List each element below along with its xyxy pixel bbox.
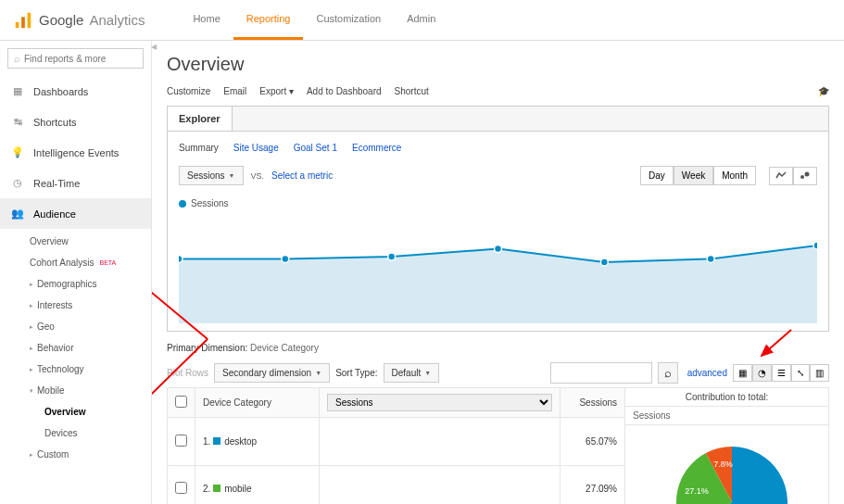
secondary-dimension-dropdown[interactable]: Secondary dimension ▼ <box>214 363 330 383</box>
subnav-technology[interactable]: ▸Technology <box>0 359 151 380</box>
table-row[interactable]: 2. mobile27.09% <box>168 465 625 504</box>
view-pie-icon[interactable]: ◔ <box>752 364 772 382</box>
table-row[interactable]: 1. desktop65.07% <box>168 418 625 466</box>
timerange-week[interactable]: Week <box>674 166 713 185</box>
svg-point-5 <box>179 255 183 262</box>
subnav-demographics[interactable]: ▸Demographics <box>0 273 151 295</box>
topnav-customization[interactable]: Customization <box>303 0 394 40</box>
col-device-category[interactable]: Device Category <box>195 388 320 418</box>
svg-rect-2 <box>28 12 31 28</box>
sidebar-item-audience[interactable]: 👥Audience <box>0 198 151 229</box>
sidebar-item-intelligence-events[interactable]: 💡Intelligence Events <box>0 137 151 168</box>
top-nav: HomeReportingCustomizationAdmin <box>180 0 448 40</box>
subnav-mobile[interactable]: ▾Mobile <box>0 380 151 401</box>
svg-point-8 <box>495 246 502 253</box>
search-button[interactable]: ⌕ <box>658 362 678 384</box>
subnav-custom[interactable]: ▸Custom <box>0 444 151 465</box>
analytics-logo-icon <box>13 10 33 31</box>
sidebar-item-real-time[interactable]: ◷Real-Time <box>0 168 151 198</box>
data-table: Device Category Sessions Sessions 1. des… <box>167 387 625 504</box>
subtab-summary[interactable]: Summary <box>179 143 219 153</box>
topnav-admin[interactable]: Admin <box>394 0 448 40</box>
shortcuts-icon: ↹ <box>11 116 24 128</box>
svg-rect-0 <box>16 21 19 27</box>
filter-input[interactable] <box>550 362 652 384</box>
toolbar-add-to-dashboard[interactable]: Add to Dashboard <box>307 86 382 96</box>
chart-legend: Sessions <box>179 189 817 212</box>
vs-label: VS. <box>251 171 265 181</box>
view-bar-icon[interactable]: ☰ <box>772 364 791 382</box>
svg-point-7 <box>388 253 396 260</box>
toolbar-shortcut[interactable]: Shortcut <box>395 86 429 96</box>
time-range: DayWeekMonth <box>640 166 756 185</box>
row-checkbox[interactable] <box>175 435 187 447</box>
toolbar-export[interactable]: Export ▾ <box>259 86 294 96</box>
realtime-icon: ◷ <box>11 177 24 189</box>
metric-dropdown[interactable]: Sessions▼ <box>179 166 244 185</box>
col-sessions[interactable]: Sessions <box>561 388 625 418</box>
svg-point-3 <box>800 175 804 179</box>
page-title: Overview <box>152 41 844 82</box>
sidebar: ◀ ⌕ ▦Dashboards↹Shortcuts💡Intelligence E… <box>0 41 152 504</box>
svg-point-9 <box>600 258 608 266</box>
sidebar-item-shortcuts[interactable]: ↹Shortcuts <box>0 107 151 137</box>
logo: Google Analytics <box>13 10 145 31</box>
toolbar-email[interactable]: Email <box>223 86 246 96</box>
motion-chart-icon[interactable] <box>793 167 817 185</box>
pie-chart: 65.1%27.1%7.8% <box>625 425 828 504</box>
sidebar-item-dashboards[interactable]: ▦Dashboards <box>0 76 151 107</box>
topnav-reporting[interactable]: Reporting <box>233 0 304 40</box>
line-chart <box>179 212 817 323</box>
subtabs: SummarySite UsageGoal Set 1Ecommerce <box>179 139 817 162</box>
svg-point-11 <box>813 242 817 249</box>
search-input[interactable] <box>24 54 142 64</box>
timerange-month[interactable]: Month <box>713 166 756 185</box>
subnav-mobile-devices[interactable]: Devices <box>0 422 151 444</box>
row-checkbox[interactable] <box>175 482 187 494</box>
brand-google: Google <box>39 12 83 28</box>
svg-rect-1 <box>21 17 25 28</box>
contribution-header: Contribution to total: <box>625 388 828 407</box>
timerange-day[interactable]: Day <box>640 166 674 185</box>
education-icon[interactable]: 🎓 <box>818 86 829 96</box>
select-metric-link[interactable]: Select a metric <box>271 170 333 181</box>
subnav-cohort-analysis[interactable]: Cohort AnalysisBETA <box>0 252 151 273</box>
subtab-goal-set-1[interactable]: Goal Set 1 <box>294 143 337 153</box>
svg-point-6 <box>282 255 289 262</box>
metric-select[interactable]: Sessions <box>327 394 552 411</box>
subnav-mobile-overview[interactable]: Overview <box>0 401 151 422</box>
svg-text:27.1%: 27.1% <box>685 486 709 496</box>
brand-product: Analytics <box>89 12 145 28</box>
plot-rows-button: Plot Rows <box>167 368 208 378</box>
svg-text:7.8%: 7.8% <box>713 460 733 469</box>
intel-icon: 💡 <box>11 146 24 158</box>
subnav-geo[interactable]: ▸Geo <box>0 316 151 337</box>
view-comparison-icon[interactable]: ⤡ <box>791 364 810 382</box>
svg-point-10 <box>707 255 714 262</box>
search-box[interactable]: ⌕ <box>7 48 144 69</box>
subnav-behavior[interactable]: ▸Behavior <box>0 337 151 359</box>
line-chart-icon[interactable] <box>769 167 793 185</box>
sort-type-label: Sort Type: <box>335 368 377 378</box>
view-pivot-icon[interactable]: ▥ <box>810 364 829 382</box>
topnav-home[interactable]: Home <box>180 0 233 40</box>
primary-dimension: Primary Dimension: Device Category <box>152 332 844 359</box>
tab-explorer[interactable]: Explorer <box>168 107 233 131</box>
toolbar-customize[interactable]: Customize <box>167 86 210 96</box>
toolbar: CustomizeEmailExport ▾Add to DashboardSh… <box>152 82 844 106</box>
contribution-sub: Sessions <box>625 407 828 425</box>
dashboards-icon: ▦ <box>11 85 24 97</box>
subtab-site-usage[interactable]: Site Usage <box>233 143 279 153</box>
subnav-overview[interactable]: Overview <box>0 231 151 252</box>
view-table-icon[interactable]: ▦ <box>733 364 752 382</box>
select-all-checkbox[interactable] <box>175 396 187 408</box>
svg-point-4 <box>805 171 810 176</box>
subnav-interests[interactable]: ▸Interests <box>0 295 151 316</box>
sort-type-dropdown[interactable]: Default ▼ <box>384 363 440 383</box>
subtab-ecommerce[interactable]: Ecommerce <box>352 143 401 153</box>
search-icon: ⌕ <box>14 53 20 64</box>
advanced-link[interactable]: advanced <box>687 368 727 378</box>
audience-icon: 👥 <box>11 208 24 220</box>
